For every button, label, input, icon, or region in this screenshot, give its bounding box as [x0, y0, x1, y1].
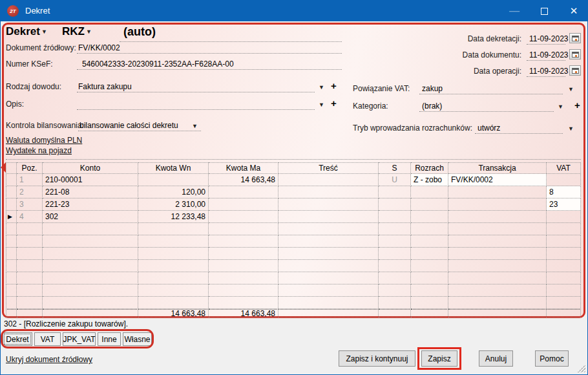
- maximize-button[interactable]: [529, 1, 559, 21]
- category-add-icon[interactable]: +: [574, 100, 580, 110]
- source-doc-label: Dokument źródłowy:: [6, 43, 76, 52]
- description-add-icon[interactable]: +: [331, 98, 337, 108]
- vat-link-value[interactable]: zakup: [422, 84, 443, 93]
- vat-link-dropdown-icon[interactable]: ▼: [568, 86, 574, 92]
- tab-jpk-vat[interactable]: JPK_VAT: [63, 332, 96, 346]
- vat-link-label: Powiązanie VAT:: [353, 84, 410, 93]
- window-title: Dekret: [25, 6, 50, 16]
- source-doc-value[interactable]: FV/KK/0002: [78, 43, 120, 52]
- tab-dekret[interactable]: Dekret: [3, 332, 32, 346]
- date-decree-calendar-icon[interactable]: [569, 33, 581, 43]
- annotation-chevron-icon: [1, 162, 6, 173]
- tab-wlasne[interactable]: Własne: [123, 332, 152, 346]
- doc-kind-dropdown-icon[interactable]: ▼: [319, 84, 324, 91]
- save-button[interactable]: Zapisz: [421, 350, 457, 367]
- balance-ctrl-value[interactable]: bilansowanie całości dekretu: [79, 121, 178, 130]
- minimize-button[interactable]: —: [499, 1, 529, 21]
- close-button[interactable]: ✕: [559, 1, 588, 21]
- table-row[interactable]: 1 210-00001 14 663,48 U Z - zobo FV/KK/0…: [6, 174, 581, 186]
- col-transakcja[interactable]: Transakcja: [448, 162, 547, 174]
- date-op-calendar-icon[interactable]: [569, 65, 581, 76]
- settle-mode-dropdown-icon[interactable]: ▼: [568, 125, 574, 132]
- date-doc-label: Data dokumentu:: [421, 50, 521, 59]
- balance-ctrl-dropdown-icon[interactable]: ▼: [192, 123, 198, 129]
- maximize-icon: [541, 8, 548, 15]
- col-poz[interactable]: Poz.: [17, 162, 43, 174]
- table-row-selected[interactable]: ▶ 4 302 12 233,48: [6, 211, 581, 223]
- titlebar: 2T Dekret — ✕: [1, 1, 587, 21]
- hide-source-doc-link[interactable]: Ukryj dokument źródłowy: [6, 355, 92, 364]
- doc-type-dropdown[interactable]: Dekret▼: [6, 25, 47, 38]
- app-logo-icon: 2T: [7, 5, 19, 17]
- col-s[interactable]: S: [379, 162, 411, 174]
- tab-vat[interactable]: VAT: [34, 332, 61, 346]
- date-decree-value[interactable]: 11-09-2023: [529, 34, 569, 43]
- table-row-empty[interactable]: [6, 284, 581, 297]
- description-input[interactable]: [77, 109, 315, 110]
- table-row-empty[interactable]: [6, 260, 581, 272]
- table-row-empty[interactable]: [6, 248, 581, 260]
- table-row-empty[interactable]: [6, 272, 581, 284]
- table-row[interactable]: 2 221-08 120,00 8: [6, 186, 581, 198]
- chevron-down-icon: ▼: [86, 28, 92, 35]
- date-doc-value[interactable]: 11-09-2023: [529, 50, 569, 59]
- doc-kind-add-icon[interactable]: +: [331, 81, 337, 91]
- category-dropdown-icon[interactable]: ▼: [558, 103, 563, 110]
- resize-grip[interactable]: [578, 365, 585, 372]
- col-konto[interactable]: Konto: [43, 162, 138, 174]
- description-label: Opis:: [6, 100, 24, 109]
- total-kwota-ma: 14 663,48: [209, 309, 278, 317]
- col-rozrach[interactable]: Rozrach: [411, 162, 448, 174]
- table-row-empty[interactable]: [6, 223, 581, 235]
- help-button[interactable]: Pomoc: [535, 350, 569, 367]
- ksef-value[interactable]: 5460042333-20230911-2352AA-F628AA-00: [82, 59, 234, 69]
- totals-row: 14 663,48 14 663,48: [6, 309, 581, 317]
- col-vat[interactable]: VAT: [547, 162, 581, 174]
- col-kwota-ma[interactable]: Kwota Ma: [209, 162, 278, 174]
- account-status-text: 302 - [Rozliczenie zakupu towarów].: [4, 319, 128, 328]
- category-label: Kategoria:: [353, 102, 388, 111]
- save-continue-button[interactable]: Zapisz i kontynuuj: [339, 350, 415, 367]
- table-row-empty[interactable]: [6, 235, 581, 248]
- current-row-marker-icon: ▶: [6, 211, 17, 223]
- currency-link[interactable]: Waluta domyślna PLN: [6, 136, 82, 145]
- date-decree-label: Data dekretacji:: [421, 34, 521, 43]
- section-divider: [6, 159, 581, 160]
- date-op-value[interactable]: 11-09-2023: [529, 67, 569, 76]
- doc-number-auto[interactable]: (auto): [123, 25, 156, 39]
- date-op-label: Data operacji:: [421, 67, 521, 76]
- doc-kind-label: Rodzaj dowodu:: [6, 82, 61, 91]
- decree-entries-table: Poz. Konto Kwota Wn Kwota Ma Treść S Roz…: [6, 162, 581, 317]
- col-tresc[interactable]: Treść: [278, 162, 379, 174]
- settle-mode-label: Tryb wprowadzania rozrachunków:: [353, 123, 472, 133]
- chevron-down-icon: ▼: [41, 28, 47, 35]
- settle-mode-value[interactable]: utwórz: [478, 123, 500, 133]
- col-kwota-wn[interactable]: Kwota Wn: [138, 162, 209, 174]
- category-value[interactable]: (brak): [422, 102, 442, 111]
- table-header-row: Poz. Konto Kwota Wn Kwota Ma Treść S Roz…: [6, 162, 581, 174]
- vehicle-expense-link[interactable]: Wydatek na pojazd: [6, 146, 72, 155]
- doc-kind-value[interactable]: Faktura zakupu: [78, 82, 132, 91]
- ksef-label: Numer KSeF:: [6, 59, 53, 69]
- cancel-button[interactable]: Anuluj: [479, 350, 513, 367]
- table-row-empty[interactable]: [6, 297, 581, 309]
- doc-number-underline: [120, 41, 342, 42]
- dekret-dialog: 2T Dekret — ✕ Dekret▼ RKZ▼ (auto) Dokume…: [0, 0, 588, 375]
- balance-ctrl-label: Kontrola bilansowania:: [6, 121, 84, 130]
- description-dropdown-icon[interactable]: ▼: [319, 102, 324, 108]
- tab-inne[interactable]: Inne: [98, 332, 121, 346]
- table-row[interactable]: 3 221-23 2 310,00 23: [6, 198, 581, 211]
- total-kwota-wn: 14 663,48: [138, 309, 209, 317]
- date-doc-calendar-icon[interactable]: [569, 49, 581, 59]
- register-dropdown[interactable]: RKZ▼: [62, 25, 92, 38]
